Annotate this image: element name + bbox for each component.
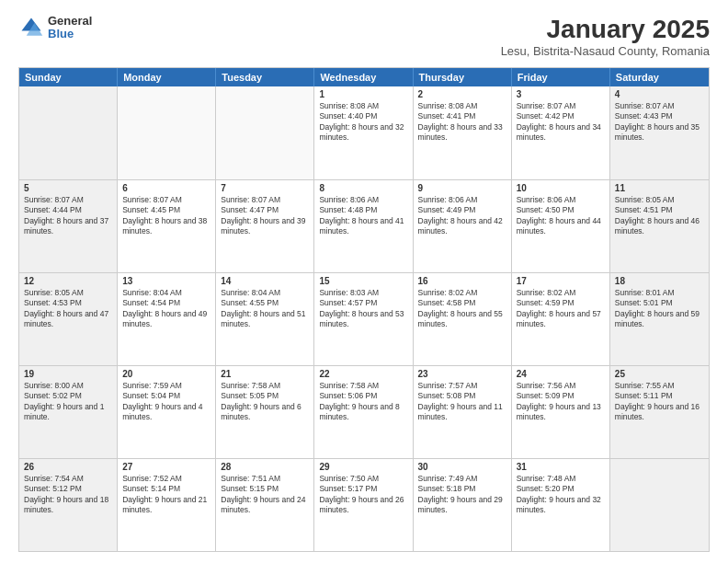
day-info: Sunrise: 8:00 AMSunset: 5:02 PMDaylight:… (24, 381, 112, 423)
day-info: Sunrise: 8:05 AMSunset: 4:53 PMDaylight:… (24, 288, 112, 330)
day-info: Sunrise: 7:59 AMSunset: 5:04 PMDaylight:… (122, 381, 210, 423)
calendar-cell: 27Sunrise: 7:52 AMSunset: 5:14 PMDayligh… (118, 459, 216, 551)
day-number: 20 (122, 369, 210, 379)
header-day-friday: Friday (512, 68, 610, 86)
day-info: Sunrise: 8:02 AMSunset: 4:59 PMDaylight:… (517, 288, 605, 330)
header: General Blue January 2025 Lesu, Bistrita… (18, 15, 710, 58)
day-number: 23 (418, 369, 506, 379)
calendar-header: SundayMondayTuesdayWednesdayThursdayFrid… (19, 68, 709, 86)
title-block: January 2025 Lesu, Bistrita-Nasaud Count… (501, 15, 710, 58)
calendar-cell: 13Sunrise: 8:04 AMSunset: 4:54 PMDayligh… (118, 273, 216, 365)
day-number: 10 (517, 183, 605, 193)
calendar-cell: 10Sunrise: 8:06 AMSunset: 4:50 PMDayligh… (512, 180, 610, 272)
day-info: Sunrise: 7:58 AMSunset: 5:06 PMDaylight:… (319, 381, 407, 423)
day-info: Sunrise: 8:04 AMSunset: 4:54 PMDaylight:… (122, 288, 210, 330)
day-number: 9 (418, 183, 506, 193)
day-number: 15 (319, 276, 407, 286)
day-info: Sunrise: 7:52 AMSunset: 5:14 PMDaylight:… (122, 474, 210, 516)
calendar-cell (19, 86, 118, 179)
calendar-row-2: 5Sunrise: 8:07 AMSunset: 4:44 PMDaylight… (19, 179, 709, 272)
calendar-cell: 24Sunrise: 7:56 AMSunset: 5:09 PMDayligh… (512, 366, 610, 458)
calendar-cell: 21Sunrise: 7:58 AMSunset: 5:05 PMDayligh… (216, 366, 314, 458)
day-info: Sunrise: 8:08 AMSunset: 4:40 PMDaylight:… (319, 101, 407, 144)
day-info: Sunrise: 7:56 AMSunset: 5:09 PMDaylight:… (517, 381, 605, 423)
calendar-cell: 6Sunrise: 8:07 AMSunset: 4:45 PMDaylight… (118, 180, 216, 272)
calendar-cell: 12Sunrise: 8:05 AMSunset: 4:53 PMDayligh… (19, 273, 118, 365)
calendar-cell: 1Sunrise: 8:08 AMSunset: 4:40 PMDaylight… (314, 86, 413, 179)
header-day-saturday: Saturday (610, 68, 709, 86)
calendar: SundayMondayTuesdayWednesdayThursdayFrid… (18, 67, 710, 552)
header-day-sunday: Sunday (19, 68, 118, 86)
day-number: 17 (517, 276, 605, 286)
day-info: Sunrise: 7:55 AMSunset: 5:11 PMDaylight:… (615, 381, 704, 423)
page: General Blue January 2025 Lesu, Bistrita… (0, 0, 728, 563)
logo: General Blue (18, 15, 92, 41)
location-title: Lesu, Bistrita-Nasaud County, Romania (501, 44, 710, 58)
calendar-cell: 17Sunrise: 8:02 AMSunset: 4:59 PMDayligh… (512, 273, 610, 365)
calendar-cell: 3Sunrise: 8:07 AMSunset: 4:42 PMDaylight… (512, 86, 610, 179)
day-info: Sunrise: 8:04 AMSunset: 4:55 PMDaylight:… (221, 288, 309, 330)
day-number: 14 (221, 276, 309, 286)
calendar-cell: 7Sunrise: 8:07 AMSunset: 4:47 PMDaylight… (216, 180, 314, 272)
day-info: Sunrise: 8:07 AMSunset: 4:44 PMDaylight:… (24, 195, 112, 237)
day-info: Sunrise: 8:07 AMSunset: 4:47 PMDaylight:… (221, 195, 309, 237)
header-day-thursday: Thursday (414, 68, 512, 86)
calendar-cell: 19Sunrise: 8:00 AMSunset: 5:02 PMDayligh… (19, 366, 118, 458)
day-info: Sunrise: 8:06 AMSunset: 4:49 PMDaylight:… (418, 195, 506, 237)
calendar-row-4: 19Sunrise: 8:00 AMSunset: 5:02 PMDayligh… (19, 365, 709, 458)
calendar-cell: 11Sunrise: 8:05 AMSunset: 4:51 PMDayligh… (610, 180, 709, 272)
day-number: 26 (24, 462, 112, 472)
day-info: Sunrise: 7:58 AMSunset: 5:05 PMDaylight:… (221, 381, 309, 423)
day-number: 7 (221, 183, 309, 193)
calendar-cell: 15Sunrise: 8:03 AMSunset: 4:57 PMDayligh… (314, 273, 413, 365)
logo-blue-text: Blue (48, 28, 92, 40)
day-number: 12 (24, 276, 112, 286)
header-day-wednesday: Wednesday (314, 68, 413, 86)
day-number: 5 (24, 183, 112, 193)
logo-icon (18, 15, 44, 40)
day-number: 1 (319, 89, 407, 99)
calendar-cell: 28Sunrise: 7:51 AMSunset: 5:15 PMDayligh… (216, 459, 314, 551)
day-info: Sunrise: 7:50 AMSunset: 5:17 PMDaylight:… (319, 474, 407, 516)
day-number: 13 (122, 276, 210, 286)
calendar-cell: 4Sunrise: 8:07 AMSunset: 4:43 PMDaylight… (610, 86, 709, 179)
calendar-cell: 25Sunrise: 7:55 AMSunset: 5:11 PMDayligh… (610, 366, 709, 458)
day-number: 2 (418, 89, 506, 99)
calendar-cell: 26Sunrise: 7:54 AMSunset: 5:12 PMDayligh… (19, 459, 118, 551)
calendar-row-1: 1Sunrise: 8:08 AMSunset: 4:40 PMDaylight… (19, 86, 709, 179)
calendar-cell: 8Sunrise: 8:06 AMSunset: 4:48 PMDaylight… (314, 180, 413, 272)
calendar-body: 1Sunrise: 8:08 AMSunset: 4:40 PMDaylight… (19, 86, 709, 551)
calendar-row-3: 12Sunrise: 8:05 AMSunset: 4:53 PMDayligh… (19, 272, 709, 365)
calendar-cell: 29Sunrise: 7:50 AMSunset: 5:17 PMDayligh… (314, 459, 413, 551)
day-info: Sunrise: 7:54 AMSunset: 5:12 PMDaylight:… (24, 474, 112, 516)
day-number: 16 (418, 276, 506, 286)
calendar-cell (610, 459, 709, 551)
day-number: 11 (615, 183, 704, 193)
logo-general-text: General (48, 15, 92, 28)
day-info: Sunrise: 8:01 AMSunset: 5:01 PMDaylight:… (615, 288, 704, 330)
calendar-cell: 18Sunrise: 8:01 AMSunset: 5:01 PMDayligh… (610, 273, 709, 365)
header-day-monday: Monday (118, 68, 216, 86)
day-info: Sunrise: 8:03 AMSunset: 4:57 PMDaylight:… (319, 288, 407, 330)
calendar-cell: 31Sunrise: 7:48 AMSunset: 5:20 PMDayligh… (512, 459, 610, 551)
day-number: 22 (319, 369, 407, 379)
calendar-row-5: 26Sunrise: 7:54 AMSunset: 5:12 PMDayligh… (19, 458, 709, 551)
day-number: 3 (517, 89, 605, 99)
day-number: 25 (615, 369, 704, 379)
day-info: Sunrise: 8:07 AMSunset: 4:45 PMDaylight:… (122, 195, 210, 237)
calendar-cell: 22Sunrise: 7:58 AMSunset: 5:06 PMDayligh… (314, 366, 413, 458)
day-info: Sunrise: 7:57 AMSunset: 5:08 PMDaylight:… (418, 381, 506, 423)
day-info: Sunrise: 8:07 AMSunset: 4:43 PMDaylight:… (615, 101, 704, 144)
day-number: 31 (517, 462, 605, 472)
month-title: January 2025 (501, 15, 710, 44)
calendar-cell: 23Sunrise: 7:57 AMSunset: 5:08 PMDayligh… (414, 366, 512, 458)
header-day-tuesday: Tuesday (216, 68, 314, 86)
day-info: Sunrise: 8:05 AMSunset: 4:51 PMDaylight:… (615, 195, 704, 237)
calendar-cell: 16Sunrise: 8:02 AMSunset: 4:58 PMDayligh… (414, 273, 512, 365)
day-number: 21 (221, 369, 309, 379)
day-number: 6 (122, 183, 210, 193)
day-info: Sunrise: 7:51 AMSunset: 5:15 PMDaylight:… (221, 474, 309, 516)
day-info: Sunrise: 8:06 AMSunset: 4:48 PMDaylight:… (319, 195, 407, 237)
day-info: Sunrise: 7:49 AMSunset: 5:18 PMDaylight:… (418, 474, 506, 516)
day-info: Sunrise: 7:48 AMSunset: 5:20 PMDaylight:… (517, 474, 605, 516)
